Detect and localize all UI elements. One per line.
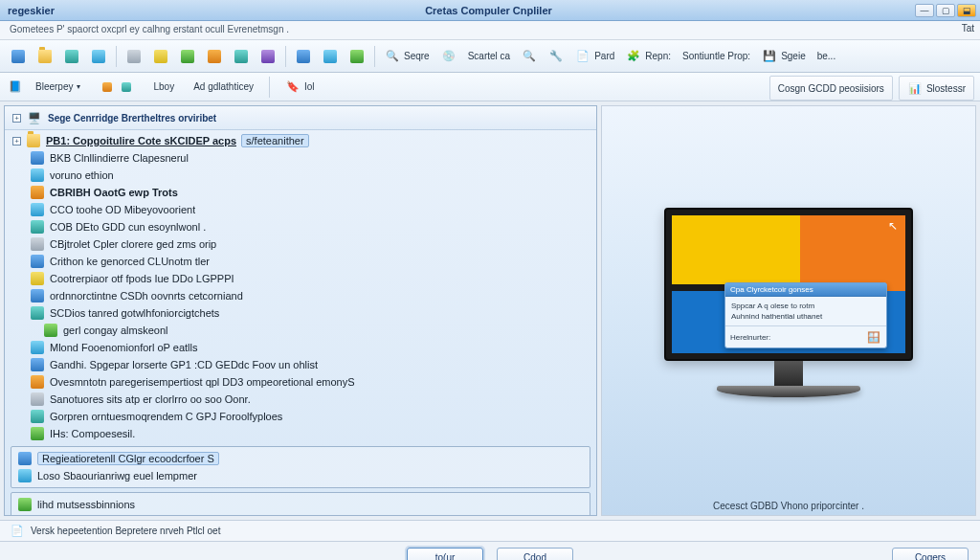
popup-foot-label: Herelnurter: xyxy=(730,333,770,342)
tree-node[interactable]: Regieatioretenll CGlgr ecoodcrfoer S xyxy=(13,450,588,467)
tb-doc-button[interactable] xyxy=(122,44,146,69)
status-text: Versk hepeetention Bepretere nrveh Ptlcl… xyxy=(31,526,220,536)
app-button[interactable]: ⬓ xyxy=(957,4,976,17)
tree-group: lihd mutsessbinnions Snescter1sirothini … xyxy=(11,492,590,515)
tb-network-button[interactable] xyxy=(86,44,111,69)
secondary-button[interactable]: Cdod xyxy=(497,548,573,561)
tree-node[interactable]: COB DEto GDD cun esoynlwonl . xyxy=(9,218,592,235)
popup-title: Cpa Clyrcketcoir gonses xyxy=(725,283,886,297)
cursor-icon: ↖ xyxy=(888,219,898,233)
tree-node[interactable]: voruno ethion xyxy=(9,167,592,184)
subtitle-right-tab[interactable]: Tat xyxy=(962,23,974,34)
dialog-buttons: to(ur Cdod Cogers xyxy=(0,541,980,560)
tree-body[interactable]: +PB1: Copgoitulire Cote sKCIDEP acpss/fe… xyxy=(5,130,596,515)
tree-node[interactable]: SCDios tanred gotwlhfoniorcigtchets xyxy=(9,304,592,322)
tree-node[interactable]: CBRIBH OaotG ewp Trots xyxy=(9,184,592,201)
subtitle-text: Gometees P' spaorct oxcprl ey calhng ers… xyxy=(10,24,289,34)
subtitle-strip: Gometees P' spaorct oxcprl ey calhng ers… xyxy=(0,21,980,40)
popup-icon: 🪟 xyxy=(866,329,881,345)
window-title: Cretas Compuler Cnpliler xyxy=(62,5,915,16)
tree-node[interactable]: Cootrerpiaor otf fpods Iue DDo LGPPPI xyxy=(9,270,592,287)
tb-more-button[interactable]: be... xyxy=(813,44,840,69)
tree-node[interactable]: lihd mutsessbinnions xyxy=(13,496,588,513)
tb-search-button[interactable]: 🔍Seqre xyxy=(380,44,434,69)
tb-folder-button[interactable] xyxy=(33,44,57,69)
tb-settings-button[interactable] xyxy=(256,44,280,69)
tree-node[interactable]: CCO toohe OD Mibeyovoorient xyxy=(9,201,592,218)
tab-lboy[interactable]: Lboy xyxy=(146,78,181,96)
tree-node[interactable]: Snescter1sirothini his hnoicad oxl totf! xyxy=(13,513,588,515)
secondary-toolbar: 📘 Bleerpey▾ Lboy Ad gdlathticey 🔖Iol Cos… xyxy=(0,73,980,101)
print-icon: 📄 xyxy=(575,49,590,64)
preview-caption: Cecesct GDBD Vhono priporcinter . xyxy=(713,493,864,515)
main-toolbar: 🔍Seqre 💿 Scartel ca 🔍 🔧 📄Pard 🧩Repn: Son… xyxy=(0,40,980,73)
screen-popup: Cpa Clyrcketcoir gonses Sppcar A q olese… xyxy=(724,282,887,348)
tb-display-button[interactable] xyxy=(59,44,84,69)
preview-pane: Cpa Clyrcketcoir gonses Sppcar A q olese… xyxy=(601,105,976,516)
primary-button[interactable]: to(ur xyxy=(407,548,483,561)
expand-icon[interactable]: + xyxy=(12,114,21,123)
tb-repair-button[interactable]: 🧩Repn: xyxy=(621,44,676,69)
right-tab-slostessr[interactable]: 📊Slostessr xyxy=(899,76,974,101)
tree-node[interactable]: Gandhi. Spgepar lorserte GP1 :CD GEDdc F… xyxy=(9,356,592,373)
tb-tile2-button[interactable] xyxy=(318,44,343,69)
tree-node[interactable]: IHs: Compoesesil. xyxy=(9,425,592,442)
chart-icon: 📊 xyxy=(907,80,923,96)
tab-icons[interactable] xyxy=(93,76,141,99)
repair-icon: 🧩 xyxy=(626,49,641,64)
tree-node[interactable]: ordnnorctintne CSDh oovnrts cetcorniand xyxy=(9,287,592,304)
tree-node[interactable]: BKB Clnllindierre Clapesnerul xyxy=(9,149,592,167)
tb-shield-button[interactable] xyxy=(202,44,227,69)
tab-bleerpey[interactable]: Bleerpey▾ xyxy=(29,78,87,96)
tree-node[interactable]: Sanotuores sits atp er clorlrro oo soo O… xyxy=(9,391,592,408)
tb-refresh-button[interactable] xyxy=(175,44,200,69)
tree-node[interactable]: Ovesmntotn paregerisempertiost qpl DD3 o… xyxy=(9,373,592,391)
tab-adgd[interactable]: Ad gdlathticey xyxy=(187,78,260,96)
tb-wrench-button[interactable]: 🔧 xyxy=(544,44,568,69)
tb-print-button[interactable]: 📄Pard xyxy=(570,44,619,69)
tree-node[interactable]: CBjtrolet Cpler clorere ged zms orip xyxy=(9,235,592,253)
search-icon: 🔍 xyxy=(385,49,400,64)
tb-monitor-button[interactable] xyxy=(6,44,31,69)
tree-node[interactable]: +PB1: Copgoitulire Cote sKCIDEP acpss/fe… xyxy=(9,132,592,149)
book-icon: 📘 xyxy=(8,79,23,95)
tb-cd-button[interactable]: 💿 xyxy=(436,44,461,69)
tb-save-button[interactable]: 💾Sgeie xyxy=(757,44,811,69)
maximize-button[interactable]: ▢ xyxy=(936,4,955,17)
tb-scanbig-button[interactable]: Scartel ca xyxy=(463,44,515,69)
titlebar: regeskier Cretas Compuler Cnpliler — ▢ ⬓ xyxy=(0,0,980,21)
right-tab-cosgn[interactable]: Cosgn GCDD peosiisiors xyxy=(769,76,893,101)
tb-key-button[interactable] xyxy=(148,44,173,69)
flag-icon: 🔖 xyxy=(285,79,301,95)
status-bar: 📄 Versk hepeetention Bepretere nrveh Ptl… xyxy=(0,520,980,541)
monitor-illustration: Cpa Clyrcketcoir gonses Sppcar A q olese… xyxy=(664,208,913,397)
tree-node[interactable]: Loso Sbaourianriwg euel lempmer xyxy=(13,467,588,484)
tree-pane: + 🖥️ Sege Cenrridge Brertheltres orvirib… xyxy=(4,105,597,516)
app-name: regeskier xyxy=(0,5,62,16)
tab-iol[interactable]: 🔖Iol xyxy=(278,76,322,99)
tb-tile1-button[interactable] xyxy=(291,44,316,69)
tb-tile3-button[interactable] xyxy=(345,44,369,69)
tb-zoom-button[interactable]: 🔍 xyxy=(517,44,542,69)
tree-node[interactable]: Gorpren orntuesmoqrendem C GPJ Foroolfyp… xyxy=(9,408,592,425)
minimize-button[interactable]: — xyxy=(915,4,934,17)
computer-icon: 🖥️ xyxy=(27,110,42,125)
wrench-icon: 🔧 xyxy=(548,49,564,64)
tree-node[interactable]: Crithon ke genorced CLUnotm tler xyxy=(9,253,592,270)
zoom-icon: 🔍 xyxy=(522,49,537,64)
popup-line: Auhnind hathentlal uthanet xyxy=(731,311,880,322)
tree-node[interactable]: gerl congay almskeonl xyxy=(9,322,592,339)
tree-node[interactable]: Mlond Fooenomionforl oP eatlls xyxy=(9,339,592,356)
main-area: + 🖥️ Sege Cenrridge Brertheltres orvirib… xyxy=(0,101,980,520)
popup-line: Sppcar A q olese to rotm xyxy=(731,301,880,311)
tree-header[interactable]: + 🖥️ Sege Cenrridge Brertheltres orvirib… xyxy=(5,106,596,130)
right-button[interactable]: Cogers xyxy=(892,548,969,561)
tb-schedule-button[interactable]: Sontiuntle Prop: xyxy=(678,44,755,69)
tree-header-label: Sege Cenrridge Brertheltres orviribet xyxy=(48,113,216,123)
tb-scan-button[interactable] xyxy=(229,44,254,69)
save-icon: 💾 xyxy=(762,49,777,64)
status-icon: 📄 xyxy=(10,524,25,539)
disc-icon: 💿 xyxy=(441,49,457,64)
tree-group: Regieatioretenll CGlgr ecoodcrfoer S Los… xyxy=(11,446,590,488)
